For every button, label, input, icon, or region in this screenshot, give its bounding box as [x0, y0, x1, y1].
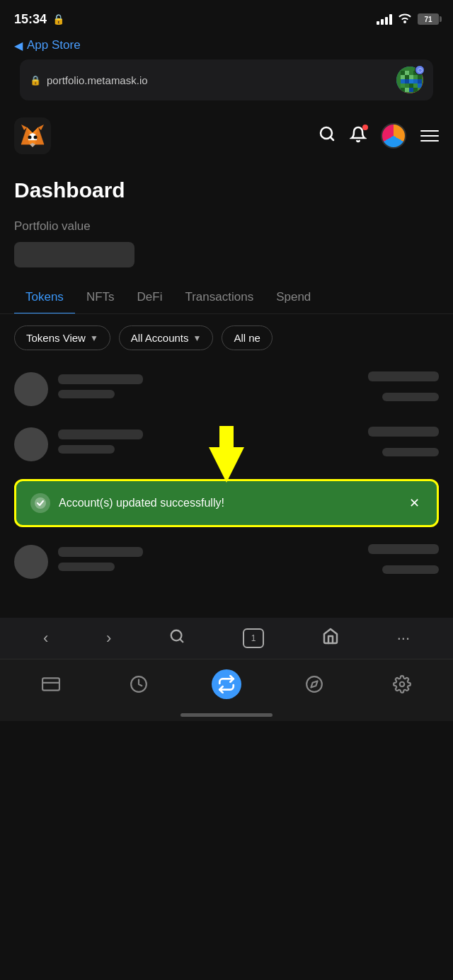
svg-rect-16 [405, 83, 409, 88]
svg-rect-23 [413, 88, 418, 92]
tokens-view-chevron: ▼ [90, 333, 98, 343]
svg-rect-9 [418, 75, 422, 79]
tab-tokens[interactable]: Tokens [14, 282, 75, 314]
search-icon[interactable] [319, 125, 336, 146]
tab-spend[interactable]: Spend [265, 282, 322, 314]
wifi-icon [398, 12, 412, 26]
toast-close-button[interactable]: ✕ [406, 492, 423, 514]
status-lock-icon: 🔒 [52, 13, 64, 25]
browser-home-button[interactable] [322, 628, 339, 649]
svg-rect-44 [42, 678, 59, 690]
swap-icon [212, 669, 241, 699]
browser-bar[interactable]: 🔒 portfolio.metamask.io [20, 59, 433, 100]
table-row[interactable] [14, 534, 439, 589]
svg-point-33 [28, 136, 32, 139]
browser-back-button[interactable]: ‹ [43, 629, 48, 647]
app-store-label[interactable]: App Store [27, 38, 81, 52]
success-toast: Account(s) updated successfully! ✕ [14, 479, 439, 527]
svg-rect-6 [405, 75, 409, 79]
signal-bar-3 [385, 17, 388, 25]
token-values-3 [368, 544, 439, 580]
tab-nfts[interactable]: NFTs [75, 282, 126, 314]
tab-transactions[interactable]: Transactions [173, 282, 265, 314]
header-actions [319, 123, 439, 149]
tab-history[interactable] [124, 669, 154, 699]
svg-rect-8 [413, 75, 418, 79]
all-accounts-chevron: ▼ [193, 333, 202, 343]
svg-rect-5 [401, 75, 405, 79]
token-amount-skeleton-2 [58, 445, 115, 454]
toast-section: Account(s) updated successfully! ✕ [0, 479, 453, 527]
tab-wallet[interactable] [36, 669, 66, 699]
toast-check-icon [30, 493, 50, 513]
svg-rect-18 [413, 83, 418, 88]
svg-marker-48 [311, 681, 317, 687]
svg-rect-7 [409, 75, 413, 79]
status-time: 15:34 🔒 [14, 12, 64, 27]
tab-swap[interactable] [212, 669, 241, 699]
url-lock-icon: 🔒 [30, 75, 41, 86]
token-icon-1 [14, 372, 48, 406]
token-name-skeleton-1 [58, 374, 143, 384]
portfolio-value-skeleton [14, 242, 134, 267]
browser-forward-button[interactable]: › [106, 629, 111, 647]
back-arrow-icon: ◀ [14, 39, 23, 52]
page-title: Dashboard [0, 164, 453, 208]
svg-line-43 [180, 639, 183, 642]
network-selector[interactable] [381, 123, 406, 149]
portfolio-label: Portfolio value [14, 219, 439, 234]
token-change-skeleton-2 [382, 448, 439, 456]
all-accounts-label: All Accounts [131, 332, 189, 344]
token-values-1 [368, 371, 439, 407]
token-value-skeleton-3 [368, 544, 439, 554]
wallet-icon [36, 669, 66, 699]
all-networks-filter[interactable]: All ne [222, 325, 273, 350]
menu-button[interactable] [420, 130, 439, 142]
table-row[interactable] [14, 362, 439, 417]
app-header [0, 108, 453, 164]
tab-defi[interactable]: DeFi [126, 282, 174, 314]
browser-tabs-button[interactable]: 1 [243, 628, 264, 648]
tab-settings[interactable] [387, 669, 417, 699]
token-value-skeleton-2 [368, 427, 439, 437]
hamburger-line-2 [420, 135, 439, 137]
hamburger-line-1 [420, 130, 439, 132]
token-info-3 [58, 547, 358, 577]
url-display: 🔒 portfolio.metamask.io [30, 74, 148, 86]
signal-bar-1 [377, 21, 379, 25]
svg-rect-13 [413, 79, 418, 83]
svg-rect-1 [401, 71, 405, 75]
browser-more-button[interactable]: ··· [397, 629, 410, 647]
browser-navigation-bar: ‹ › 1 ··· [0, 618, 453, 659]
home-bar [180, 713, 273, 717]
svg-rect-24 [418, 88, 422, 92]
tab-explore[interactable] [299, 669, 329, 699]
all-networks-label: All ne [234, 332, 260, 344]
account-avatar-wrapper[interactable]: ⬡ [396, 67, 423, 93]
battery-indicator: 71 [418, 13, 439, 25]
svg-rect-15 [401, 83, 405, 88]
url-text: portfolio.metamask.io [47, 74, 148, 86]
svg-rect-17 [409, 83, 413, 88]
svg-point-34 [34, 136, 38, 139]
token-change-skeleton-1 [382, 393, 439, 401]
time-display: 15:34 [14, 12, 47, 27]
notification-badge [362, 125, 368, 130]
toast-message: Account(s) updated successfully! [59, 497, 398, 509]
token-name-skeleton-2 [58, 430, 143, 439]
metamask-logo[interactable] [14, 117, 51, 154]
browser-search-button[interactable] [169, 628, 185, 648]
notifications-button[interactable] [350, 126, 367, 146]
svg-rect-19 [418, 83, 422, 88]
app-store-back-bar[interactable]: ◀ App Store [0, 35, 453, 59]
all-accounts-filter[interactable]: All Accounts ▼ [119, 325, 214, 350]
svg-rect-20 [401, 88, 405, 92]
hamburger-line-3 [420, 140, 439, 142]
tokens-view-filter[interactable]: Tokens View ▼ [14, 325, 110, 350]
home-indicator [0, 706, 453, 721]
signal-bars [377, 13, 392, 25]
eth-badge: ⬡ [415, 65, 425, 75]
svg-rect-22 [409, 88, 413, 92]
settings-icon [387, 669, 417, 699]
browser-bar-wrapper: 🔒 portfolio.metamask.io [0, 59, 453, 108]
